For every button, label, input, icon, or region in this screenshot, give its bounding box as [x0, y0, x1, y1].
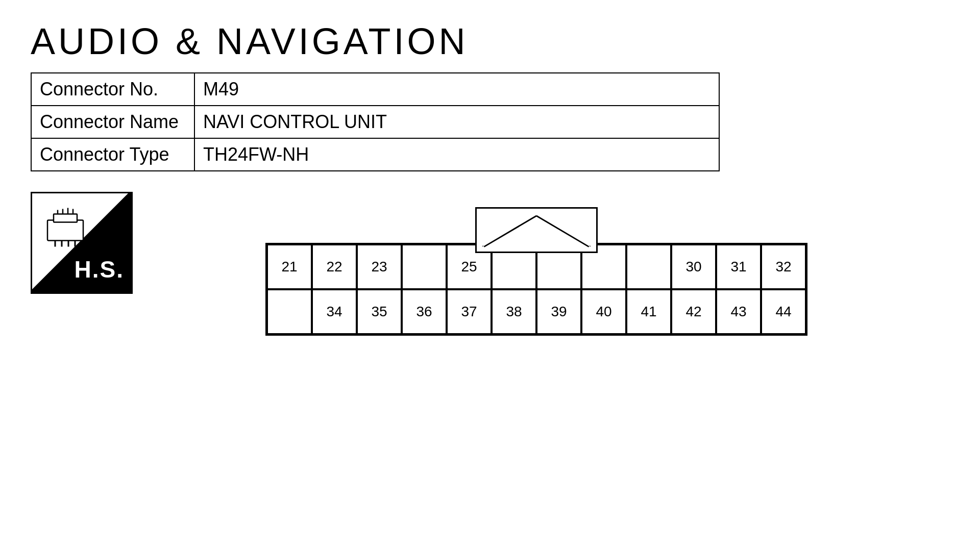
connector-cell-bottom-1: 34 — [312, 289, 357, 334]
connector-cell-bottom-6: 39 — [536, 289, 581, 334]
hs-badge: H.S. — [31, 192, 133, 294]
connector-cell-bottom-11: 44 — [761, 289, 806, 334]
connector-cell-bottom-2: 35 — [357, 289, 402, 334]
connector-cell-bottom-0 — [267, 289, 312, 334]
table-label-1: Connector Name — [31, 106, 194, 138]
connector-cell-top-2: 23 — [357, 244, 402, 289]
svg-line-11 — [536, 216, 589, 247]
connector-cell-bottom-9: 42 — [671, 289, 716, 334]
connector-cell-top-0: 21 — [267, 244, 312, 289]
table-row: Connector NameNAVI CONTROL UNIT — [31, 106, 719, 138]
table-value-1: NAVI CONTROL UNIT — [194, 106, 719, 138]
svg-rect-5 — [54, 214, 77, 222]
table-value-0: M49 — [194, 73, 719, 106]
connector-cell-bottom-3: 36 — [402, 289, 447, 334]
connector-cell-bottom-8: 41 — [626, 289, 671, 334]
svg-rect-0 — [47, 220, 83, 241]
info-table: Connector No.M49Connector NameNAVI CONTR… — [31, 72, 720, 171]
svg-line-10 — [484, 216, 536, 247]
connector-diagram: 212223253031323435363738394041424344 — [265, 207, 807, 336]
connector-cell-top-3 — [402, 244, 447, 289]
table-row: Connector No.M49 — [31, 73, 719, 106]
table-row: Connector TypeTH24FW-NH — [31, 138, 719, 171]
lower-section: H.S. 21222325303132343536373839404142434… — [31, 192, 949, 336]
connector-cell-bottom-4: 37 — [447, 289, 492, 334]
connector-icon — [42, 204, 93, 249]
connector-bottom-row: 3435363738394041424344 — [267, 289, 806, 334]
table-label-2: Connector Type — [31, 138, 194, 171]
connector-body: 212223253031323435363738394041424344 — [265, 243, 807, 336]
page-title: AUDIO & NAVIGATION — [31, 20, 949, 62]
table-label-0: Connector No. — [31, 73, 194, 106]
hs-label: H.S. — [75, 256, 124, 283]
connector-cell-bottom-10: 43 — [716, 289, 761, 334]
connector-cell-bottom-5: 38 — [492, 289, 536, 334]
connector-cell-bottom-7: 40 — [581, 289, 626, 334]
connector-cell-top-8 — [626, 244, 671, 289]
connector-tab — [475, 207, 598, 253]
connector-cell-top-11: 32 — [761, 244, 806, 289]
table-value-2: TH24FW-NH — [194, 138, 719, 171]
connector-cell-top-1: 22 — [312, 244, 357, 289]
connector-rows: 212223253031323435363738394041424344 — [267, 244, 806, 334]
connector-cell-top-9: 30 — [671, 244, 716, 289]
connector-cell-top-10: 31 — [716, 244, 761, 289]
